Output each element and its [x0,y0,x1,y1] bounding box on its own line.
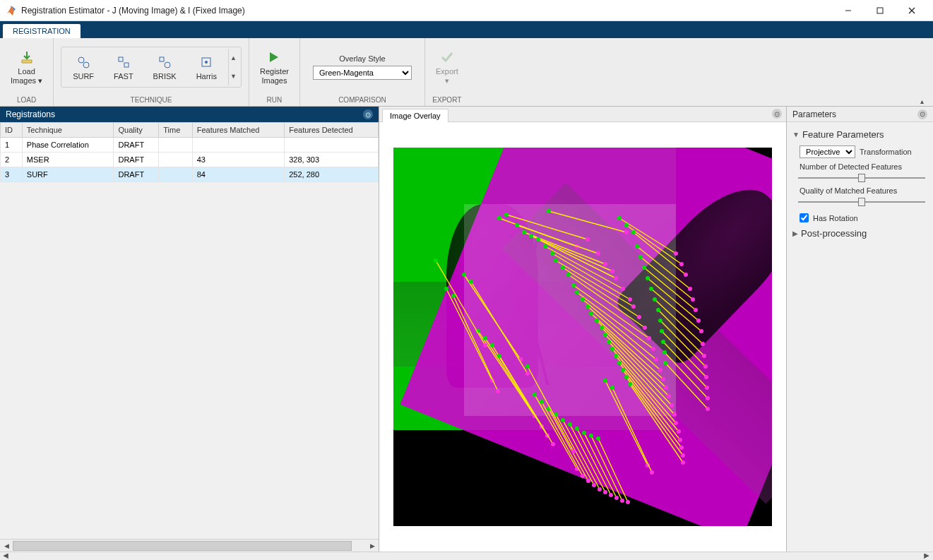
column-header[interactable]: Features Detected [285,123,379,138]
gallery-scroll: ▲ ▼ [228,49,238,85]
technique-brisk[interactable]: BRISK [145,52,185,83]
overlay-style-select[interactable]: Green-Magenta [313,66,412,80]
slider-handle[interactable] [858,198,865,206]
column-header[interactable]: Technique [22,123,114,138]
run-group-label: RUN [254,95,295,106]
technique-group-label: TECHNIQUE [58,95,244,106]
registrations-hscroll[interactable]: ◀ ▶ [0,539,379,552]
hscroll-left[interactable]: ◀ [1,541,11,551]
svg-point-170 [603,490,607,494]
toolgroup-comparison: Overlay Style Green-Magenta COMPARISON [300,38,425,106]
column-header[interactable]: Features Matched [192,123,284,138]
has-rotation-label[interactable]: Has Rotation [813,214,858,222]
slider-handle[interactable] [858,174,865,182]
parameters-header: Parameters ⊙ [787,107,933,122]
table-row[interactable]: 1Phase CorrelationDRAFT [1,138,379,153]
export-button: Export▾ [431,45,463,89]
hscroll-thumb[interactable] [13,541,352,551]
parameters-panel-menu[interactable]: ⊙ [917,109,927,119]
overlay-tab[interactable]: Image Overlay [382,109,448,122]
svg-point-182 [626,500,630,504]
registrations-grid[interactable]: IDTechniqueQualityTimeFeatures MatchedFe… [0,122,379,539]
svg-point-9 [165,62,170,68]
toolgroup-load: Load Images ▾ LOAD [0,38,54,106]
split-left-icon[interactable]: ⯇ [3,553,9,560]
table-cell: 2 [1,153,23,167]
matlab-icon [6,5,17,16]
transformation-label: Transformation [860,148,912,156]
svg-point-167 [598,487,602,492]
table-cell: 252, 280 [285,167,379,182]
load-images-button[interactable]: Load Images ▾ [6,45,47,89]
transformation-select[interactable]: Projective [800,145,855,158]
overlay-panel: Image Overlay ⊙ [379,107,787,552]
svg-point-164 [592,483,596,487]
toolstrip: Load Images ▾ LOAD SURF FAST BRISK [0,38,933,107]
comparison-group-label: COMPARISON [304,95,420,106]
svg-point-179 [620,499,624,503]
overlay-stage [393,148,772,526]
check-icon [440,50,454,64]
minimize-button[interactable] [832,0,864,20]
feature-parameters-section[interactable]: ▼ Feature Parameters [792,126,927,143]
column-header[interactable]: Time [159,123,193,138]
hscroll-right[interactable]: ▶ [367,541,377,551]
post-processing-section[interactable]: ▶ Post-processing [792,225,927,242]
detected-features-slider[interactable] [798,172,925,184]
overlap-region [464,204,676,416]
bottom-split-bar[interactable]: ⯇ ⯈ [0,552,933,560]
brisk-icon [158,55,172,69]
registrations-panel-menu[interactable]: ⊙ [363,109,373,119]
registrations-table: IDTechniqueQualityTimeFeatures MatchedFe… [0,122,379,182]
overlay-tabs: Image Overlay ⊙ [379,107,786,122]
table-row[interactable]: 2MSERDRAFT43328, 303 [1,153,379,167]
technique-harris[interactable]: Harris [188,52,225,83]
table-cell: 43 [192,153,284,167]
svg-point-176 [614,496,619,500]
column-header[interactable]: ID [1,123,23,138]
table-cell: Phase Correlation [22,138,114,153]
toolstrip-collapse[interactable]: ▴ [920,97,930,105]
table-row[interactable]: 3SURFDRAFT84252, 280 [1,167,379,182]
table-cell: 328, 303 [285,153,379,167]
has-rotation-checkbox[interactable] [800,213,809,222]
registrations-header: Registrations ⊙ [0,107,379,122]
parameters-body: ▼ Feature Parameters Projective Transfor… [787,122,933,246]
overlay-image-area[interactable] [379,122,786,552]
table-cell: MSER [22,153,114,167]
overlay-panel-menu[interactable]: ⊙ [772,109,782,119]
chevron-down-icon: ▼ [792,131,800,138]
registrations-panel: Registrations ⊙ IDTechniqueQualityTimeFe… [0,107,379,552]
matched-quality-slider[interactable] [798,196,925,208]
table-cell [159,167,193,182]
svg-rect-1 [877,8,883,13]
tab-registration[interactable]: REGISTRATION [3,24,81,38]
load-group-label: LOAD [4,95,49,106]
table-cell: DRAFT [114,138,159,153]
close-button[interactable] [896,0,927,20]
column-header[interactable]: Quality [114,123,159,138]
split-right-icon[interactable]: ⯈ [924,553,930,560]
overlay-style-caption: Overlay Style [339,54,385,63]
svg-rect-7 [124,63,129,67]
table-cell: DRAFT [114,167,159,182]
register-images-button[interactable]: Register Images [255,45,294,89]
maximize-button[interactable] [864,0,896,20]
svg-rect-6 [119,57,123,61]
parameters-panel: Parameters ⊙ ▼ Feature Parameters Projec… [787,107,933,552]
gallery-down[interactable]: ▼ [229,67,238,85]
toolgroup-technique: SURF FAST BRISK Harris ▲ ▼ [54,38,249,106]
harris-icon [199,55,213,69]
technique-surf[interactable]: SURF [64,52,102,83]
technique-gallery: SURF FAST BRISK Harris ▲ ▼ [61,47,242,88]
toolgroup-export: Export▾ EXPORT [425,38,469,106]
gallery-up[interactable]: ▲ [229,49,238,67]
main-area: Registrations ⊙ IDTechniqueQualityTimeFe… [0,107,933,552]
fast-icon [117,55,131,69]
detected-features-label: Number of Detected Features [792,161,927,171]
technique-fast[interactable]: FAST [105,52,142,83]
svg-point-5 [83,62,89,68]
table-cell: 3 [1,167,23,182]
svg-rect-8 [160,57,164,61]
table-cell: 1 [1,138,23,153]
